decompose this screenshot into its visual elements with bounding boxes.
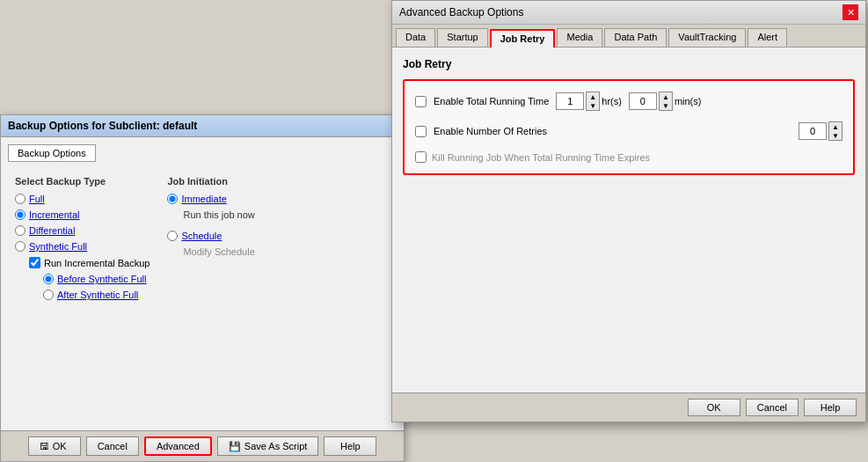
bg-save-as-script-label: Save As Script xyxy=(244,441,308,451)
radio-synthetic-full-label: Synthetic Full xyxy=(29,241,87,252)
radio-full[interactable]: Full xyxy=(15,194,150,204)
modify-schedule-note: Modify Schedule xyxy=(183,246,254,257)
min-value-input[interactable] xyxy=(629,92,657,110)
adv-cancel-label: Cancel xyxy=(757,402,787,413)
bg-ok-label: OK xyxy=(53,441,67,451)
radio-after-synthetic[interactable]: After Synthetic Full xyxy=(43,290,150,300)
adv-buttons: OK Cancel Help xyxy=(392,392,865,422)
retries-value-input[interactable] xyxy=(799,122,827,140)
radio-incremental-input[interactable] xyxy=(15,209,26,220)
adv-titlebar: Advanced Backup Options ✕ xyxy=(392,1,865,25)
tab-media-label: Media xyxy=(566,32,593,42)
total-running-time-row: Enable Total Running Time ▲ ▼ hr(s) ▲ ▼ xyxy=(415,92,842,111)
radio-after-synthetic-input[interactable] xyxy=(43,290,54,300)
backup-type-heading: Select Backup Type xyxy=(15,176,150,187)
enable-number-of-retries-label: Enable Number Of Retries xyxy=(434,126,547,136)
adv-title: Advanced Backup Options xyxy=(399,6,523,18)
radio-schedule[interactable]: Schedule xyxy=(167,231,254,241)
min-spinner-arrows: ▲ ▼ xyxy=(659,92,673,111)
ok-icon: 🖫 xyxy=(40,441,49,451)
tab-vault-tracking-label: VaultTracking xyxy=(678,32,736,42)
radio-immediate-input[interactable] xyxy=(167,194,178,204)
adv-help-label: Help xyxy=(821,402,841,413)
radio-synthetic-full[interactable]: Synthetic Full xyxy=(15,241,150,252)
radio-synthetic-full-input[interactable] xyxy=(15,241,26,252)
bg-advanced-label: Advanced xyxy=(157,441,200,451)
adv-ok-button[interactable]: OK xyxy=(688,399,740,416)
min-decrement-button[interactable]: ▼ xyxy=(660,101,672,110)
tab-data-path[interactable]: Data Path xyxy=(604,28,667,47)
tab-media[interactable]: Media xyxy=(557,28,602,47)
radio-after-synthetic-label: After Synthetic Full xyxy=(57,290,138,300)
hr-increment-button[interactable]: ▲ xyxy=(587,92,599,101)
run-incremental-label: Run Incremental Backup xyxy=(44,258,150,268)
run-incremental-input[interactable] xyxy=(29,257,40,268)
enable-total-running-time-checkbox[interactable] xyxy=(415,96,427,107)
retries-decrement-button[interactable]: ▼ xyxy=(829,131,842,140)
radio-schedule-label: Schedule xyxy=(181,231,222,241)
run-incremental-checkbox[interactable]: Run Incremental Backup xyxy=(29,257,150,268)
tab-job-retry[interactable]: Job Retry xyxy=(490,29,556,48)
adv-body: Job Retry Enable Total Running Time ▲ ▼ … xyxy=(392,48,865,186)
hr-unit-label: hr(s) xyxy=(602,96,622,106)
radio-full-input[interactable] xyxy=(15,194,26,204)
radio-full-label: Full xyxy=(29,194,45,204)
tab-vault-tracking[interactable]: VaultTracking xyxy=(668,28,746,47)
radio-incremental-label: Incremental xyxy=(29,209,79,220)
radio-schedule-input[interactable] xyxy=(167,231,178,241)
bg-cancel-button[interactable]: Cancel xyxy=(86,436,139,456)
adv-tab-strip: Data Startup Job Retry Media Data Path V… xyxy=(392,25,865,48)
tab-data[interactable]: Data xyxy=(396,28,435,47)
tab-alert[interactable]: Alert xyxy=(748,28,787,47)
job-retry-box: Enable Total Running Time ▲ ▼ hr(s) ▲ ▼ xyxy=(403,79,855,175)
radio-before-synthetic-label: Before Synthetic Full xyxy=(57,274,147,284)
bg-help-label: Help xyxy=(340,441,361,451)
tab-job-retry-label: Job Retry xyxy=(500,33,545,44)
radio-immediate-label: Immediate xyxy=(181,194,226,204)
tab-data-label: Data xyxy=(405,32,426,42)
radio-before-synthetic[interactable]: Before Synthetic Full xyxy=(43,274,150,284)
adv-help-button[interactable]: Help xyxy=(804,399,857,416)
hr-decrement-button[interactable]: ▼ xyxy=(587,101,599,110)
radio-incremental[interactable]: Incremental xyxy=(15,209,150,220)
hr-spinner-group: ▲ ▼ hr(s) xyxy=(556,92,622,111)
radio-immediate[interactable]: Immediate xyxy=(167,194,254,204)
bg-ok-button[interactable]: 🖫 OK xyxy=(28,436,81,456)
immediate-note: Run this job now xyxy=(183,209,254,220)
retries-spinner-group: ▲ ▼ xyxy=(799,121,842,141)
hr-value-input[interactable] xyxy=(556,92,584,110)
tab-startup[interactable]: Startup xyxy=(437,28,487,47)
tab-startup-label: Startup xyxy=(447,32,478,42)
radio-differential[interactable]: Differential xyxy=(15,225,150,236)
bg-advanced-button[interactable]: Advanced xyxy=(144,436,212,456)
bg-save-as-script-button[interactable]: 💾 Save As Script xyxy=(217,436,319,456)
radio-differential-label: Differential xyxy=(29,225,75,236)
adv-close-button[interactable]: ✕ xyxy=(842,4,858,20)
hr-spinner-arrows: ▲ ▼ xyxy=(586,92,600,111)
advanced-backup-options-window: Advanced Backup Options ✕ Data Startup J… xyxy=(391,0,866,422)
kill-running-job-label: Kill Running Job When Total Running Time… xyxy=(432,152,650,163)
radio-differential-input[interactable] xyxy=(15,225,26,236)
kill-running-job-row: Kill Running Job When Total Running Time… xyxy=(415,151,842,163)
backup-options-title: Backup Options for Subclient: default xyxy=(8,120,197,132)
adv-cancel-button[interactable]: Cancel xyxy=(746,399,799,416)
enable-total-running-time-label: Enable Total Running Time xyxy=(434,96,549,106)
adv-section-title: Job Retry xyxy=(403,58,855,70)
retries-spinner-arrows: ▲ ▼ xyxy=(828,121,842,141)
min-unit-label: min(s) xyxy=(675,96,702,106)
kill-running-job-checkbox[interactable] xyxy=(415,151,427,163)
radio-before-synthetic-input[interactable] xyxy=(43,274,54,284)
enable-number-of-retries-checkbox[interactable] xyxy=(415,126,427,137)
min-increment-button[interactable]: ▲ xyxy=(660,92,672,101)
bg-help-button[interactable]: Help xyxy=(324,436,376,456)
bg-cancel-label: Cancel xyxy=(98,441,128,451)
save-script-icon: 💾 xyxy=(229,441,241,452)
backup-options-tab-label: Backup Options xyxy=(18,148,86,158)
tab-alert-label: Alert xyxy=(757,32,777,42)
backup-options-tab[interactable]: Backup Options xyxy=(8,144,96,162)
number-of-retries-row: Enable Number Of Retries ▲ ▼ xyxy=(415,121,842,141)
tab-data-path-label: Data Path xyxy=(614,32,657,42)
job-initiation-heading: Job Initiation xyxy=(167,176,254,187)
retries-increment-button[interactable]: ▲ xyxy=(829,122,842,131)
min-spinner-group: ▲ ▼ min(s) xyxy=(629,92,702,111)
